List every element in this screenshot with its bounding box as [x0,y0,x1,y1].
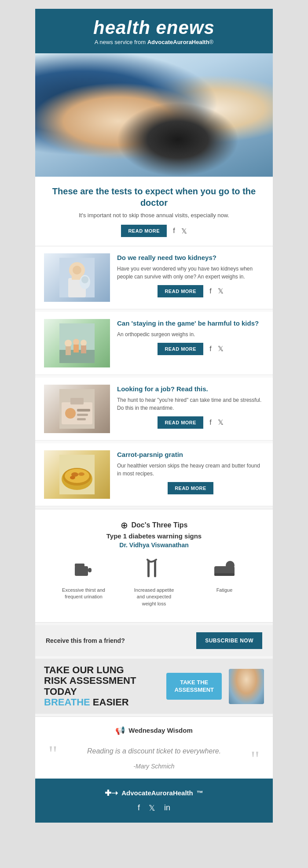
thumb-doctor-image [44,253,110,302]
list-item: Do we really need two kidneys? Have you … [35,246,273,309]
svg-point-29 [70,476,75,479]
lung-title-breathe: BREATHE EASIER [44,697,159,708]
article-title-4: Carrot-parsnip gratin [117,450,264,459]
article-content-3: Looking for a job? Read this. The hunt t… [117,385,264,429]
docs-tips-header: ⊕ Doc's Three Tips [48,520,260,530]
main-article-title: These are the tests to expect when you g… [48,185,260,208]
svg-rect-15 [62,332,92,352]
article-read-more-2[interactable]: READ MORE [158,343,203,355]
article-desc-1: Have you ever wondered why you have two … [117,265,264,281]
open-quote-icon: " [48,742,57,764]
twitter-icon[interactable]: 𝕏 [181,227,187,235]
main-article: These are the tests to expect when you g… [35,177,273,246]
header-subtitle: A news service from AdvocateAuroraHealth… [44,39,264,45]
article-title-2: Can 'staying in the game' be harmful to … [117,319,264,328]
article-actions-3: READ MORE f 𝕏 [117,416,264,429]
lung-breathe-text: BREATHE [44,697,90,708]
list-item: Looking for a job? Read this. The hunt t… [35,378,273,441]
tip-label-3: Fatigue [202,587,246,594]
article-actions-2: READ MORE f 𝕏 [117,343,264,355]
svg-rect-34 [154,560,156,577]
subtitle-brand: AdvocateAuroraHealth [147,39,209,45]
header-title: health enews [44,19,264,37]
thumb-job-image [44,385,110,433]
lung-banner: TAKE OUR LUNG RISK ASSESSMENT TODAY BREA… [35,659,273,714]
lung-text-block: TAKE OUR LUNG RISK ASSESSMENT TODAY BREA… [44,665,159,708]
facebook-icon-2[interactable]: f [209,345,211,353]
docs-tips-subtitle: Type 1 diabetes warning signs [48,532,260,540]
svg-point-19 [65,408,76,419]
thumb-kids-image [44,319,110,367]
tips-icons-row: Excessive thirst and frequent urination … [48,557,260,607]
footer-brand-name: AdvocateAuroraHealth [121,789,193,797]
subscribe-text: Receive this from a friend? [46,637,125,644]
article-content-4: Carrot-parsnip gratin Our healthier vers… [117,450,264,494]
svg-point-28 [78,472,84,476]
footer-twitter-icon[interactable]: 𝕏 [149,803,155,813]
article-read-more-4[interactable]: READ MORE [168,482,213,494]
facebook-icon-1[interactable]: f [209,287,211,295]
subscribe-section: Receive this from a friend? SUBSCRIBE NO… [35,625,273,656]
svg-point-3 [73,266,81,274]
docs-tips-section: ⊕ Doc's Three Tips Type 1 diabetes warni… [35,509,273,623]
facebook-icon[interactable]: f [173,227,175,235]
article-read-more-3[interactable]: READ MORE [158,416,203,429]
footer: ✚➝ AdvocateAuroraHealth™ f 𝕏 in [35,779,273,823]
article-content-1: Do we really need two kidneys? Have you … [117,253,264,297]
article-title-3: Looking for a job? Read this. [117,385,264,393]
docs-tips-author: Dr. Vidhya Viswanathan [48,542,260,549]
article-actions-4: READ MORE [117,482,264,494]
article-thumbnail-4 [44,450,110,499]
svg-rect-20 [77,409,90,412]
twitter-icon-1[interactable]: 𝕏 [218,287,224,295]
tip-label-1: Excessive thirst and frequent urination [62,587,106,601]
tip-item-1: Excessive thirst and frequent urination [62,557,106,607]
wisdom-header: 📢 Wednesday Wisdom [48,726,260,735]
close-quote-icon: " [251,748,260,770]
docs-tips-icon: ⊕ [121,520,128,530]
footer-facebook-icon[interactable]: f [138,803,140,813]
footer-linkedin-icon[interactable]: in [164,803,170,813]
svg-rect-32 [75,564,84,567]
article-thumbnail-3 [44,385,110,433]
list-item: Carrot-parsnip gratin Our healthier vers… [35,443,273,506]
article-thumbnail-1 [44,253,110,302]
tip-appetite-icon [132,557,176,583]
wisdom-author: -Mary Schmich [62,763,246,770]
lung-assessment-button[interactable]: TAKE THEASSESSMENT [166,673,222,700]
article-actions-1: READ MORE f 𝕏 [117,285,264,297]
twitter-icon-3[interactable]: 𝕏 [218,418,224,427]
twitter-icon-2[interactable]: 𝕏 [218,345,224,353]
svg-rect-18 [70,398,84,404]
wisdom-quote-block: " Reading is a discount ticket to everyw… [48,742,260,770]
article-thumbnail-2 [44,319,110,367]
lung-easier-text: EASIER [90,697,129,708]
tip-label-2: Increased appetite and unexpected weight… [132,587,176,607]
main-article-description: It's important not to skip those annual … [48,212,260,219]
wisdom-section: 📢 Wednesday Wisdom " Reading is a discou… [35,716,273,779]
article-title-1: Do we really need two kidneys? [117,253,264,262]
email-container: health enews A news service from Advocat… [35,9,273,823]
tip-item-3: Fatigue [202,557,246,607]
lung-person-image [229,669,264,704]
wisdom-title: Wednesday Wisdom [128,727,192,734]
list-item: Can 'staying in the game' be harmful to … [35,312,273,375]
article-content-2: Can 'staying in the game' be harmful to … [117,319,264,355]
article-list: Do we really need two kidneys? Have you … [35,246,273,506]
hero-scene-overlay [35,53,273,177]
svg-rect-22 [77,418,86,420]
thumb-food-image [44,450,110,499]
lung-title-line2: RISK ASSESSMENT TODAY [44,675,159,697]
svg-rect-37 [214,573,235,576]
subscribe-button[interactable]: SUBSCRIBE NOW [196,632,262,649]
article-desc-2: An orthopedic surgeon weighs in. [117,330,264,338]
article-read-more-1[interactable]: READ MORE [158,285,203,297]
tip-fatigue-icon [202,557,246,583]
main-article-read-more[interactable]: READ MORE [121,225,167,237]
docs-tips-title: Doc's Three Tips [132,521,188,529]
wisdom-quote: Reading is a discount ticket to everywhe… [62,742,246,760]
subtitle-prefix: A news service from [95,39,147,45]
header: health enews A news service from Advocat… [35,9,273,53]
facebook-icon-3[interactable]: f [209,419,211,427]
tip-thirst-icon [62,557,106,583]
